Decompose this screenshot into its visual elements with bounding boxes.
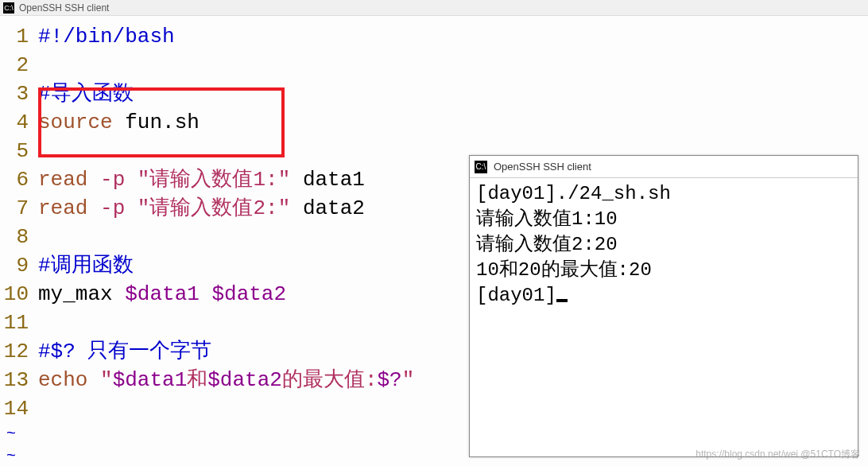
code-content[interactable]: read -p "请输入数值2:" data2 <box>38 194 365 223</box>
code-line[interactable]: 3#导入函数 <box>0 80 868 108</box>
terminal-icon: C:\ <box>3 2 14 14</box>
line-number: 12 <box>0 337 38 366</box>
window-title: OpenSSH SSH client <box>19 2 109 14</box>
terminal-title-bar: C:\ OpenSSH SSH client <box>470 156 858 178</box>
line-number: 7 <box>0 194 38 223</box>
line-number: 6 <box>0 165 38 194</box>
line-number: 13 <box>0 366 38 394</box>
code-content[interactable]: echo "$data1和$data2的最大值:$?" <box>38 366 414 394</box>
terminal-line: 10和20的最大值:20 <box>476 258 851 283</box>
code-content[interactable]: #$? 只有一个字节 <box>38 337 211 366</box>
terminal-icon: C:\ <box>475 161 487 173</box>
code-content[interactable]: read -p "请输入数值1:" data1 <box>38 165 365 194</box>
terminal-window: C:\ OpenSSH SSH client [day01]./24_sh.sh… <box>469 155 858 457</box>
main-title-bar: C:\ OpenSSH SSH client <box>0 0 868 16</box>
cursor <box>556 299 568 302</box>
watermark: https://blog.csdn.net/wei @51CTO博客 <box>696 448 860 461</box>
code-content[interactable]: #!/bin/bash <box>38 22 175 51</box>
terminal-line: [day01]./24_sh.sh <box>476 181 851 207</box>
line-number: 4 <box>0 108 38 137</box>
terminal-title-text: OpenSSH SSH client <box>494 161 591 173</box>
code-line[interactable]: 1#!/bin/bash <box>0 22 868 51</box>
line-number: 14 <box>0 394 38 423</box>
terminal-output[interactable]: [day01]./24_sh.sh请输入数值1:10请输入数值2:2010和20… <box>470 178 858 312</box>
terminal-line: 请输入数值1:10 <box>476 207 851 232</box>
code-content[interactable]: source fun.sh <box>38 108 200 137</box>
terminal-line: 请输入数值2:20 <box>476 232 851 258</box>
line-number: 9 <box>0 251 38 280</box>
line-number: 8 <box>0 223 38 251</box>
line-number: 10 <box>0 280 38 309</box>
code-line[interactable]: 2 <box>0 51 868 80</box>
code-content[interactable]: #调用函数 <box>38 251 134 280</box>
terminal-line: [day01] <box>476 283 851 309</box>
code-line[interactable]: 4source fun.sh <box>0 108 868 137</box>
line-number: 3 <box>0 80 38 108</box>
line-number: 1 <box>0 22 38 51</box>
code-content[interactable]: my_max $data1 $data2 <box>38 280 286 309</box>
line-number: 5 <box>0 137 38 165</box>
line-number: 2 <box>0 51 38 80</box>
code-content[interactable]: #导入函数 <box>38 80 134 108</box>
line-number: 11 <box>0 309 38 337</box>
